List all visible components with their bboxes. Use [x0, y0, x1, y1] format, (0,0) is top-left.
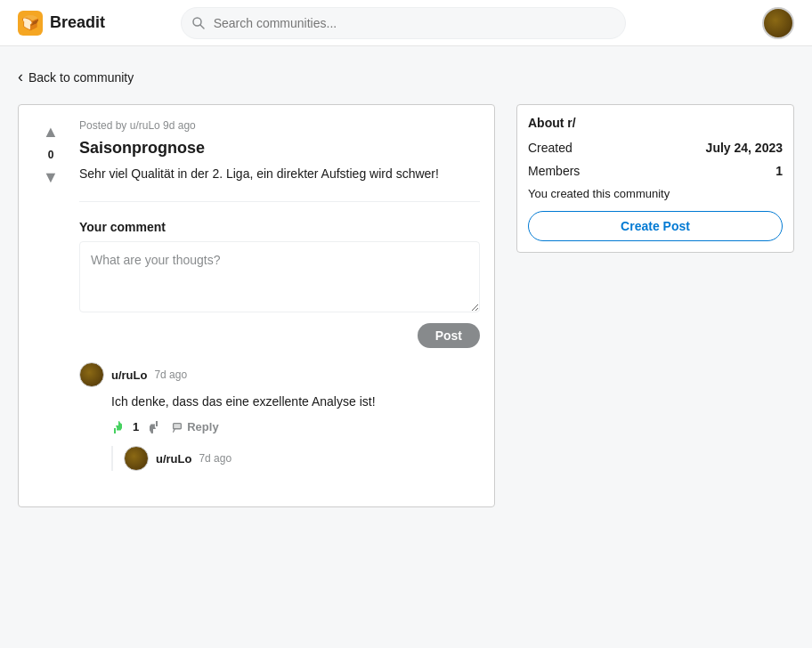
comment-form: Your comment Post [79, 220, 480, 348]
post-container: 0 Posted by u/ruLo 9d ago Saisonprognose… [18, 104, 495, 507]
members-label: Members [528, 164, 580, 178]
logo[interactable]: 🍞 Breadit [18, 11, 105, 36]
nested-comment-avatar [124, 446, 149, 471]
comment-downvote-button[interactable] [146, 420, 160, 434]
downvote-button[interactable] [39, 165, 62, 190]
sidebar: About r/ Created July 24, 2023 Members 1… [516, 104, 794, 253]
content-grid: 0 Posted by u/ruLo 9d ago Saisonprognose… [18, 104, 794, 507]
comment-username: u/ruLo [111, 369, 147, 382]
post-comment-button[interactable]: Post [418, 323, 480, 348]
vote-count: 0 [48, 149, 54, 161]
post-btn-row: Post [79, 323, 480, 348]
comment-time: 7d ago [154, 369, 187, 381]
post-title: Saisonprognose [79, 139, 480, 158]
create-post-button[interactable]: Create Post [528, 211, 783, 241]
about-title: About r/ [528, 116, 783, 130]
back-link-label: Back to community [28, 70, 134, 85]
post-meta: Posted by u/ruLo 9d ago [79, 119, 480, 132]
search-icon [191, 16, 206, 30]
thumbs-down-icon [146, 420, 160, 434]
upvote-icon [43, 123, 59, 142]
downvote-icon [43, 168, 59, 187]
created-row: Created July 24, 2023 [528, 141, 783, 155]
chevron-left-icon [18, 68, 23, 86]
search-container [181, 7, 626, 39]
created-label: Created [528, 141, 572, 155]
logo-text: Breadit [50, 13, 105, 32]
page-content: Back to community 0 Posted by u/ruLo 9d … [0, 46, 812, 529]
comment-avatar [79, 362, 104, 387]
nested-comment-header: u/ruLo 7d ago [124, 446, 480, 471]
vote-column: 0 [33, 119, 69, 485]
upvote-button[interactable] [39, 119, 62, 145]
comments-list: u/ruLo 7d ago Ich denke, dass das eine e… [79, 362, 480, 471]
members-value: 1 [775, 164, 783, 178]
post-and-comments: 0 Posted by u/ruLo 9d ago Saisonprognose… [18, 104, 495, 507]
comment-form-label: Your comment [79, 220, 480, 234]
comment-upvote-button[interactable] [111, 420, 126, 434]
nested-comment-username: u/ruLo [156, 452, 191, 466]
comment-textarea[interactable] [79, 241, 480, 312]
reply-button[interactable]: Reply [167, 418, 222, 435]
nested-comment: u/ruLo 7d ago [111, 446, 480, 471]
bread-icon: 🍞 [18, 11, 43, 36]
post-divider [79, 201, 480, 202]
nested-comment-time: 7d ago [199, 452, 231, 465]
comment-body: Ich denke, dass das eine exzellente Anal… [111, 393, 480, 411]
post-body: Sehr viel Qualität in der 2. Liga, ein d… [79, 165, 480, 183]
header: 🍞 Breadit [0, 0, 812, 46]
members-row: Members 1 [528, 164, 783, 178]
comment-header: u/ruLo 7d ago [79, 362, 480, 387]
user-avatar[interactable] [762, 7, 794, 39]
comment-vote-count: 1 [133, 420, 139, 433]
svg-line-1 [200, 25, 204, 28]
reply-icon [171, 421, 183, 433]
community-created-text: You created this community [528, 187, 783, 200]
search-input[interactable] [181, 7, 626, 39]
back-to-community-link[interactable]: Back to community [18, 68, 794, 86]
comment-item: u/ruLo 7d ago Ich denke, dass das eine e… [79, 362, 480, 471]
created-value: July 24, 2023 [706, 141, 783, 155]
post-main: Posted by u/ruLo 9d ago Saisonprognose S… [79, 119, 480, 485]
header-right [762, 7, 794, 39]
comment-actions: 1 [111, 418, 480, 435]
thumbs-up-icon [111, 420, 126, 434]
